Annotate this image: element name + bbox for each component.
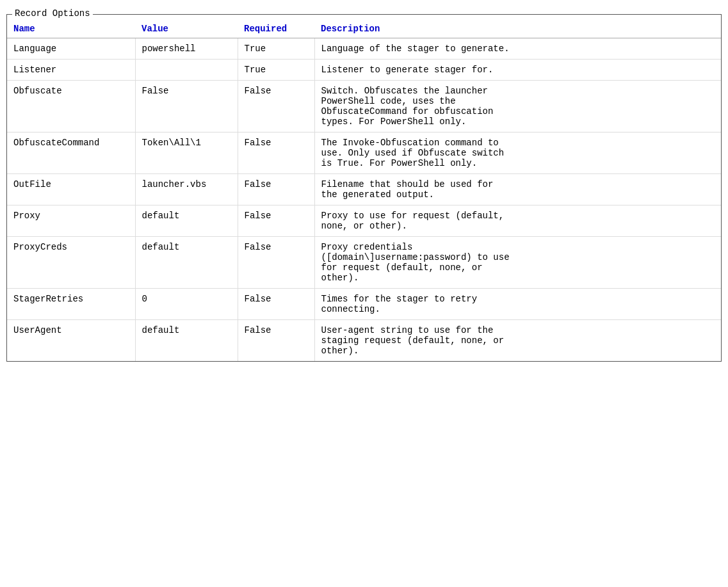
cell-value: launcher.vbs: [135, 174, 238, 205]
cell-required: True: [238, 38, 314, 60]
cell-required: False: [238, 133, 314, 174]
cell-description: Proxy credentials ([domain\]username:pas…: [314, 237, 721, 289]
cell-name: ObfuscateCommand: [7, 133, 135, 174]
header-description: Description: [314, 20, 721, 38]
cell-name: Proxy: [7, 205, 135, 237]
table-row: StagerRetries0FalseTimes for the stager …: [7, 289, 721, 320]
cell-value: default: [135, 320, 238, 362]
cell-description: Language of the stager to generate.: [314, 38, 721, 60]
cell-description: User-agent string to use for the staging…: [314, 320, 721, 362]
table-row: UserAgentdefaultFalseUser-agent string t…: [7, 320, 721, 362]
cell-required: True: [238, 60, 314, 81]
cell-value: default: [135, 205, 238, 237]
cell-value: False: [135, 81, 238, 133]
options-table: Name Value Required Description Language…: [7, 20, 721, 361]
cell-name: UserAgent: [7, 320, 135, 362]
cell-description: Proxy to use for request (default, none,…: [314, 205, 721, 237]
table-body: LanguagepowershellTrueLanguage of the st…: [7, 38, 721, 362]
cell-description: Times for the stager to retry connecting…: [314, 289, 721, 320]
cell-required: False: [238, 320, 314, 362]
table-row: ProxydefaultFalseProxy to use for reques…: [7, 205, 721, 237]
cell-value: default: [135, 237, 238, 289]
table-row: OutFilelauncher.vbsFalseFilename that sh…: [7, 174, 721, 205]
cell-description: Filename that should be used for the gen…: [314, 174, 721, 205]
table-row: ObfuscateCommandToken\All\1FalseThe Invo…: [7, 133, 721, 174]
cell-value: powershell: [135, 38, 238, 60]
cell-value: Token\All\1: [135, 133, 238, 174]
header-name: Name: [7, 20, 135, 38]
header-required: Required: [238, 20, 314, 38]
cell-required: False: [238, 205, 314, 237]
cell-value: 0: [135, 289, 238, 320]
record-options-legend: Record Options: [12, 8, 93, 19]
cell-name: ProxyCreds: [7, 237, 135, 289]
cell-name: StagerRetries: [7, 289, 135, 320]
cell-required: False: [238, 289, 314, 320]
cell-name: OutFile: [7, 174, 135, 205]
record-options-container: Record Options Name Value Required Descr…: [6, 14, 722, 362]
cell-name: Language: [7, 38, 135, 60]
header-value: Value: [135, 20, 238, 38]
cell-description: Listener to generate stager for.: [314, 60, 721, 81]
cell-description: Switch. Obfuscates the launcher PowerShe…: [314, 81, 721, 133]
cell-required: False: [238, 174, 314, 205]
table-header-row: Name Value Required Description: [7, 20, 721, 38]
cell-name: Listener: [7, 60, 135, 81]
table-row: LanguagepowershellTrueLanguage of the st…: [7, 38, 721, 60]
table-row: ProxyCredsdefaultFalseProxy credentials …: [7, 237, 721, 289]
cell-required: False: [238, 81, 314, 133]
table-row: ObfuscateFalseFalseSwitch. Obfuscates th…: [7, 81, 721, 133]
table-row: ListenerTrueListener to generate stager …: [7, 60, 721, 81]
cell-value: [135, 60, 238, 81]
cell-description: The Invoke-Obfuscation command to use. O…: [314, 133, 721, 174]
cell-name: Obfuscate: [7, 81, 135, 133]
cell-required: False: [238, 237, 314, 289]
